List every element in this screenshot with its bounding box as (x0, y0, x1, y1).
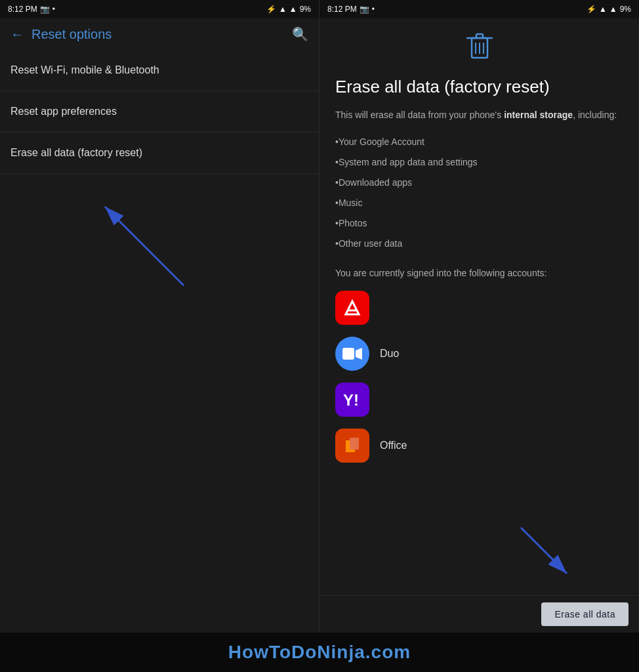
camera-icon: 📷 (40, 5, 50, 14)
office-label: Office (380, 440, 407, 452)
dot-left: • (52, 5, 55, 14)
trash-icon (335, 32, 623, 66)
bottom-bar: Erase all data (320, 595, 639, 633)
battery-right: 9% (620, 5, 631, 14)
top-bar-left: ← Reset options 🔍 (0, 18, 319, 50)
data-item-1: •Your Google Account (335, 135, 623, 149)
svg-text:Y!: Y! (343, 391, 359, 409)
bluetooth-icon-right: ⚡ (587, 5, 596, 14)
battery-left: 9% (300, 5, 311, 14)
signal-icon-left: ▲ (289, 5, 297, 14)
time-left: 8:12 PM (8, 5, 37, 14)
status-left-right: 8:12 PM 📷 • (327, 5, 375, 14)
search-icon-left[interactable]: 🔍 (292, 26, 308, 42)
arrow-area-left (0, 174, 319, 633)
desc-bold: internal storage (504, 110, 573, 120)
camera-icon-right: 📷 (360, 5, 369, 14)
accounts-text: You are currently signed into the follow… (335, 266, 623, 280)
account-row-yahoo: Y! (335, 383, 623, 417)
status-bar-left: 8:12 PM 📷 • ⚡ ▲ ▲ 9% (0, 0, 319, 18)
status-bar-right: 8:12 PM 📷 • ⚡ ▲ ▲ 9% (320, 0, 639, 18)
status-right-left: ⚡ ▲ ▲ 9% (266, 5, 311, 14)
menu-item-wifi[interactable]: Reset Wi-Fi, mobile & Bluetooth (0, 50, 319, 91)
duo-icon (335, 337, 369, 371)
data-item-6: •Other user data (335, 237, 623, 251)
data-item-4: •Music (335, 196, 623, 210)
menu-item-app-prefs[interactable]: Reset app preferences (0, 91, 319, 133)
data-item-5: •Photos (335, 217, 623, 230)
svg-marker-10 (346, 301, 359, 314)
adobe-icon (335, 291, 369, 325)
desc-prefix: This will erase all data from your phone… (335, 110, 504, 120)
desc-suffix: , including: (573, 110, 617, 120)
erase-all-data-button[interactable]: Erase all data (541, 602, 629, 626)
annotation-arrow-left (85, 187, 216, 318)
status-right-right: ⚡ ▲ ▲ 9% (587, 5, 631, 14)
svg-marker-13 (356, 348, 362, 360)
account-row-office: Office (335, 429, 623, 463)
erase-description: This will erase all data from your phone… (335, 108, 623, 122)
office-icon (335, 429, 369, 463)
page-title-left: Reset options (31, 27, 284, 42)
time-right: 8:12 PM (327, 5, 357, 14)
data-item-2: •System and app data and settings (335, 156, 623, 169)
watermark: HowToDoNinja.com (0, 633, 639, 672)
svg-line-1 (105, 207, 184, 285)
signal-icon-right: ▲ (609, 5, 617, 14)
account-row-adobe (335, 291, 623, 325)
account-row-duo: Duo (335, 337, 623, 371)
data-item-3: •Downloaded apps (335, 176, 623, 190)
wifi-icon-left: ▲ (279, 5, 287, 14)
menu-item-factory-reset[interactable]: Erase all data (factory reset) (0, 133, 319, 174)
dot-right: • (372, 5, 375, 14)
svg-rect-12 (342, 348, 354, 360)
wifi-icon-right: ▲ (599, 5, 607, 14)
right-content: Erase all data (factory reset) This will… (320, 18, 639, 595)
status-left: 8:12 PM 📷 • (8, 5, 55, 14)
svg-rect-17 (350, 438, 359, 450)
bluetooth-icon-left: ⚡ (266, 5, 276, 14)
left-panel: 8:12 PM 📷 • ⚡ ▲ ▲ 9% ← Reset options 🔍 R… (0, 0, 320, 633)
right-panel: 8:12 PM 📷 • ⚡ ▲ ▲ 9% (320, 0, 639, 633)
erase-title: Erase all data (factory reset) (335, 76, 623, 98)
back-button[interactable]: ← (10, 27, 24, 42)
yahoo-icon: Y! (335, 383, 369, 417)
duo-label: Duo (380, 348, 399, 360)
